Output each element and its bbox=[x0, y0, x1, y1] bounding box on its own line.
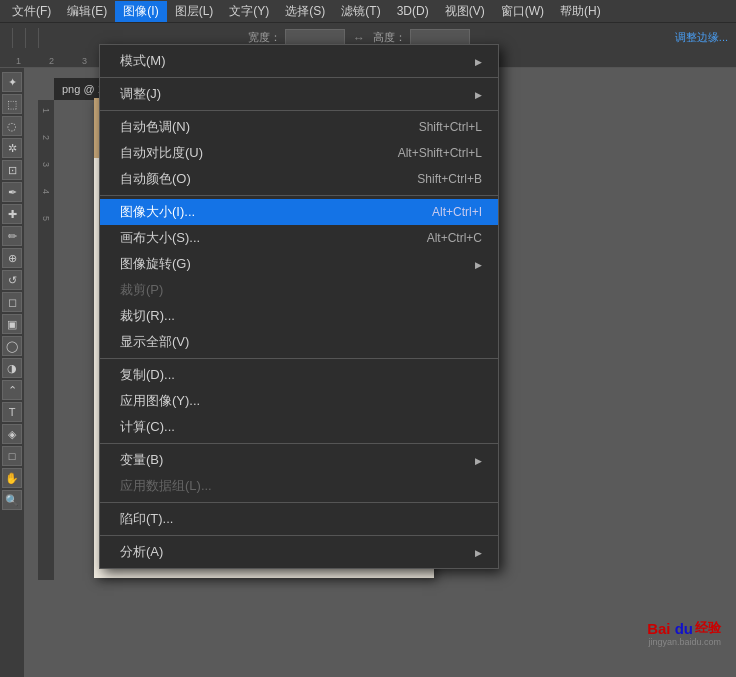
tool-history[interactable]: ↺ bbox=[2, 270, 22, 290]
tool-move[interactable]: ✦ bbox=[2, 72, 22, 92]
tool-eyedropper[interactable]: ✒ bbox=[2, 182, 22, 202]
separator-1 bbox=[100, 77, 498, 78]
image-dropdown-menu: 模式(M) 调整(J) 自动色调(N) Shift+Ctrl+L 自动对比度(U… bbox=[99, 44, 499, 569]
separator-4 bbox=[100, 358, 498, 359]
toolbar-separator-3 bbox=[38, 28, 39, 48]
menu-item-variables-label: 变量(B) bbox=[120, 451, 163, 469]
tool-type[interactable]: T bbox=[2, 402, 22, 422]
menubar-item-help[interactable]: 帮助(H) bbox=[552, 1, 609, 22]
menu-item-duplicate[interactable]: 复制(D)... bbox=[100, 362, 498, 388]
rotate-submenu-arrow bbox=[475, 259, 482, 270]
toolbar-separator-1 bbox=[12, 28, 13, 48]
menu-item-calculations-label: 计算(C)... bbox=[120, 418, 175, 436]
ruler-tick-2: 2 bbox=[49, 56, 54, 67]
tool-crop[interactable]: ⊡ bbox=[2, 160, 22, 180]
separator-7 bbox=[100, 535, 498, 536]
menu-item-apply-image[interactable]: 应用图像(Y)... bbox=[100, 388, 498, 414]
ruler-tick-1: 1 bbox=[16, 56, 21, 67]
menu-item-adjust[interactable]: 调整(J) bbox=[100, 81, 498, 107]
menu-item-crop: 裁剪(P) bbox=[100, 277, 498, 303]
height-label: 高度： bbox=[373, 30, 406, 45]
menubar-item-layer[interactable]: 图层(L) bbox=[167, 1, 222, 22]
separator-5 bbox=[100, 443, 498, 444]
tool-select[interactable]: ⬚ bbox=[2, 94, 22, 114]
menubar: 文件(F) 编辑(E) 图像(I) 图层(L) 文字(Y) 选择(S) 滤镜(T… bbox=[0, 0, 736, 22]
tool-dodge[interactable]: ◑ bbox=[2, 358, 22, 378]
menu-item-canvas-size[interactable]: 画布大小(S)... Alt+Ctrl+C bbox=[100, 225, 498, 251]
menu-item-image-size-label: 图像大小(I)... bbox=[120, 203, 195, 221]
analysis-submenu-arrow bbox=[475, 547, 482, 558]
menu-item-apply-data-set-label: 应用数据组(L)... bbox=[120, 477, 212, 495]
vruler-tick-2: 2 bbox=[41, 135, 51, 140]
vruler-tick-3: 3 bbox=[41, 162, 51, 167]
menubar-item-image[interactable]: 图像(I) bbox=[115, 1, 166, 22]
tool-hand[interactable]: ✋ bbox=[2, 468, 22, 488]
mode-submenu-arrow bbox=[475, 56, 482, 67]
menubar-item-view[interactable]: 视图(V) bbox=[437, 1, 493, 22]
tool-clone[interactable]: ⊕ bbox=[2, 248, 22, 268]
menu-item-analysis[interactable]: 分析(A) bbox=[100, 539, 498, 565]
menu-item-apply-data-set: 应用数据组(L)... bbox=[100, 473, 498, 499]
tool-heal[interactable]: ✚ bbox=[2, 204, 22, 224]
vertical-ruler: 1 2 3 4 5 bbox=[38, 100, 54, 580]
menu-item-variables[interactable]: 变量(B) bbox=[100, 447, 498, 473]
menu-item-trim-label: 裁切(R)... bbox=[120, 307, 175, 325]
tool-gradient[interactable]: ▣ bbox=[2, 314, 22, 334]
vruler-tick-5: 5 bbox=[41, 216, 51, 221]
tool-zoom[interactable]: 🔍 bbox=[2, 490, 22, 510]
tool-blur[interactable]: ◯ bbox=[2, 336, 22, 356]
menu-item-image-size[interactable]: 图像大小(I)... Alt+Ctrl+I bbox=[100, 199, 498, 225]
menu-item-duplicate-label: 复制(D)... bbox=[120, 366, 175, 384]
tool-shape[interactable]: □ bbox=[2, 446, 22, 466]
menubar-item-edit[interactable]: 编辑(E) bbox=[59, 1, 115, 22]
adjust-edges-label[interactable]: 调整边缘... bbox=[675, 30, 728, 45]
menu-item-apply-image-label: 应用图像(Y)... bbox=[120, 392, 200, 410]
toolbar-separator-2 bbox=[25, 28, 26, 48]
variables-submenu-arrow bbox=[475, 455, 482, 466]
menu-item-trim[interactable]: 裁切(R)... bbox=[100, 303, 498, 329]
separator-6 bbox=[100, 502, 498, 503]
canvas-size-shortcut: Alt+Ctrl+C bbox=[427, 231, 482, 245]
left-toolbar: ✦ ⬚ ◌ ✲ ⊡ ✒ ✚ ✏ ⊕ ↺ ◻ ▣ ◯ ◑ ⌃ T ◈ □ ✋ 🔍 bbox=[0, 68, 24, 677]
tool-pen[interactable]: ⌃ bbox=[2, 380, 22, 400]
tool-lasso[interactable]: ◌ bbox=[2, 116, 22, 136]
separator-3 bbox=[100, 195, 498, 196]
vruler-tick-1: 1 bbox=[41, 108, 51, 113]
menubar-item-file[interactable]: 文件(F) bbox=[4, 1, 59, 22]
baidu-brand-text: Bai du bbox=[647, 620, 693, 637]
menu-item-auto-tone-label: 自动色调(N) bbox=[120, 118, 190, 136]
tool-path[interactable]: ◈ bbox=[2, 424, 22, 444]
tool-magic[interactable]: ✲ bbox=[2, 138, 22, 158]
baidu-url: jingyan.baidu.com bbox=[647, 637, 721, 647]
tool-brush[interactable]: ✏ bbox=[2, 226, 22, 246]
menu-item-image-rotate-label: 图像旋转(G) bbox=[120, 255, 191, 273]
menu-item-auto-color-label: 自动颜色(O) bbox=[120, 170, 191, 188]
auto-tone-shortcut: Shift+Ctrl+L bbox=[419, 120, 482, 134]
menubar-item-text[interactable]: 文字(Y) bbox=[221, 1, 277, 22]
menu-item-auto-contrast[interactable]: 自动对比度(U) Alt+Shift+Ctrl+L bbox=[100, 140, 498, 166]
menu-item-trap[interactable]: 陷印(T)... bbox=[100, 506, 498, 532]
vruler-tick-4: 4 bbox=[41, 189, 51, 194]
menu-item-calculations[interactable]: 计算(C)... bbox=[100, 414, 498, 440]
menu-item-image-rotate[interactable]: 图像旋转(G) bbox=[100, 251, 498, 277]
ruler-tick-3: 3 bbox=[82, 56, 87, 67]
menu-item-crop-label: 裁剪(P) bbox=[120, 281, 163, 299]
menubar-item-window[interactable]: 窗口(W) bbox=[493, 1, 552, 22]
baidu-brand-row: Bai du 经验 bbox=[647, 619, 721, 637]
auto-color-shortcut: Shift+Ctrl+B bbox=[417, 172, 482, 186]
menubar-item-3d[interactable]: 3D(D) bbox=[389, 2, 437, 20]
menu-item-mode[interactable]: 模式(M) bbox=[100, 48, 498, 74]
menu-item-reveal-all[interactable]: 显示全部(V) bbox=[100, 329, 498, 355]
width-label: 宽度： bbox=[248, 30, 281, 45]
menu-item-mode-label: 模式(M) bbox=[120, 52, 166, 70]
tool-eraser[interactable]: ◻ bbox=[2, 292, 22, 312]
menubar-item-filter[interactable]: 滤镜(T) bbox=[333, 1, 388, 22]
menu-item-reveal-all-label: 显示全部(V) bbox=[120, 333, 189, 351]
menu-item-canvas-size-label: 画布大小(S)... bbox=[120, 229, 200, 247]
menu-item-auto-contrast-label: 自动对比度(U) bbox=[120, 144, 203, 162]
menu-item-auto-tone[interactable]: 自动色调(N) Shift+Ctrl+L bbox=[100, 114, 498, 140]
baidu-watermark: Bai du 经验 jingyan.baidu.com bbox=[647, 619, 721, 647]
menu-item-auto-color[interactable]: 自动颜色(O) Shift+Ctrl+B bbox=[100, 166, 498, 192]
menubar-item-select[interactable]: 选择(S) bbox=[277, 1, 333, 22]
image-size-shortcut: Alt+Ctrl+I bbox=[432, 205, 482, 219]
